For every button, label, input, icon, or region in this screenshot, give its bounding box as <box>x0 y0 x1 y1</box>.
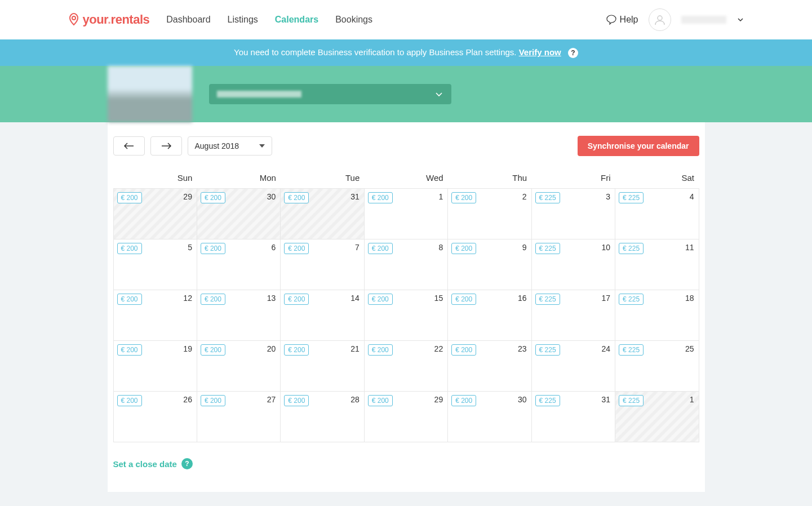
calendar-day-cell[interactable]: € 2001 <box>364 189 447 239</box>
calendar-day-cell[interactable]: € 2005 <box>113 239 197 290</box>
help-link[interactable]: Help <box>606 15 638 25</box>
nav-dashboard[interactable]: Dashboard <box>166 15 210 25</box>
calendar-day-cell[interactable]: € 20012 <box>113 290 197 341</box>
calendar-day-cell[interactable]: € 2006 <box>197 239 280 290</box>
calendar-day-cell[interactable]: € 20014 <box>281 290 364 341</box>
calendar-day-cell[interactable]: € 20029 <box>113 189 197 239</box>
day-number: 29 <box>183 192 192 201</box>
day-price-badge: € 225 <box>619 294 644 305</box>
day-price-badge: € 200 <box>201 395 225 406</box>
day-number: 12 <box>183 294 192 303</box>
calendar-day-cell[interactable]: € 20028 <box>281 392 364 442</box>
svg-point-1 <box>658 16 662 20</box>
day-price-badge: € 225 <box>535 243 560 254</box>
close-date-help-icon[interactable]: ? <box>181 458 193 469</box>
calendar-day-cell[interactable]: € 22517 <box>531 290 615 341</box>
property-selector[interactable] <box>209 84 451 104</box>
calendar-day-cell[interactable]: € 2008 <box>364 239 447 290</box>
calendar-day-cell[interactable]: € 2254 <box>615 189 699 239</box>
prev-month-button[interactable] <box>113 136 145 156</box>
day-header: Wed <box>364 167 447 189</box>
calendar-week-row: € 2005€ 2006€ 2007€ 2008€ 2009€ 22510€ 2… <box>113 239 699 290</box>
calendar-day-cell[interactable]: € 20016 <box>448 290 531 341</box>
next-month-button[interactable] <box>150 136 182 156</box>
day-price-badge: € 200 <box>201 243 225 254</box>
help-label: Help <box>620 15 638 25</box>
day-price-badge: € 200 <box>451 395 476 406</box>
nav-bookings[interactable]: Bookings <box>335 15 372 25</box>
day-number: 27 <box>267 395 276 404</box>
calendar-day-cell[interactable]: € 20013 <box>197 290 280 341</box>
brand-logo[interactable]: your.rentals <box>68 12 150 27</box>
day-price-badge: € 225 <box>535 344 560 356</box>
calendar-day-cell[interactable]: € 20019 <box>113 341 197 392</box>
calendar-day-cell[interactable]: € 22518 <box>615 290 699 341</box>
calendar-day-cell[interactable]: € 2007 <box>281 239 364 290</box>
day-price-badge: € 200 <box>451 192 476 203</box>
calendar-day-cell[interactable]: € 2002 <box>448 189 531 239</box>
day-price-badge: € 225 <box>535 192 560 203</box>
day-price-badge: € 200 <box>284 395 309 406</box>
day-price-badge: € 225 <box>535 395 560 406</box>
day-price-badge: € 200 <box>117 243 142 254</box>
calendar-day-cell[interactable]: € 20022 <box>364 341 447 392</box>
notice-help-icon[interactable]: ? <box>568 48 578 58</box>
calendar-day-cell[interactable]: € 2253 <box>531 189 615 239</box>
day-header: Sat <box>615 167 699 189</box>
brand-text: your.rentals <box>83 12 150 27</box>
day-price-badge: € 200 <box>368 395 393 406</box>
day-price-badge: € 225 <box>619 192 644 203</box>
day-number: 21 <box>350 344 360 353</box>
day-price-badge: € 225 <box>619 344 644 356</box>
set-close-date-link[interactable]: Set a close date ? <box>113 458 699 469</box>
nav-calendars[interactable]: Calendars <box>275 15 318 25</box>
verification-notice: You need to complete Business verificati… <box>0 39 812 66</box>
day-price-badge: € 200 <box>201 192 225 203</box>
user-name-redacted <box>681 16 726 24</box>
top-header: your.rentals Dashboard Listings Calendar… <box>0 0 812 39</box>
calendar-day-cell[interactable]: € 20020 <box>197 341 280 392</box>
calendar-day-cell[interactable]: € 22511 <box>615 239 699 290</box>
calendar-day-cell[interactable]: € 20015 <box>364 290 447 341</box>
calendar-day-cell[interactable]: € 2251 <box>615 392 699 442</box>
day-price-badge: € 200 <box>201 344 225 356</box>
day-number: 25 <box>685 344 694 353</box>
calendar-day-cell[interactable]: € 20031 <box>281 189 364 239</box>
calendar-day-cell[interactable]: € 20030 <box>448 392 531 442</box>
calendar-day-cell[interactable]: € 22510 <box>531 239 615 290</box>
avatar-icon <box>654 14 666 26</box>
calendar-day-cell[interactable]: € 20026 <box>113 392 197 442</box>
day-number: 9 <box>522 243 527 252</box>
calendar-day-cell[interactable]: € 22524 <box>531 341 615 392</box>
calendar-panel: August 2018 Synchronise your calendar Su… <box>108 122 705 492</box>
month-selector[interactable]: August 2018 <box>188 136 272 156</box>
sync-calendar-button[interactable]: Synchronise your calendar <box>578 136 699 156</box>
day-number: 19 <box>183 344 192 353</box>
day-number: 22 <box>434 344 443 353</box>
user-menu-chevron-icon[interactable] <box>736 16 744 24</box>
day-header: Mon <box>197 167 280 189</box>
day-price-badge: € 200 <box>368 192 393 203</box>
day-number: 18 <box>685 294 694 303</box>
day-price-badge: € 200 <box>117 395 142 406</box>
day-price-badge: € 225 <box>619 395 644 406</box>
day-number: 1 <box>690 395 694 404</box>
nav-listings[interactable]: Listings <box>228 15 258 25</box>
day-number: 7 <box>355 243 360 252</box>
user-avatar[interactable] <box>649 8 671 31</box>
day-number: 5 <box>188 243 192 252</box>
calendar-day-cell[interactable]: € 20027 <box>197 392 280 442</box>
calendar-day-cell[interactable]: € 2009 <box>448 239 531 290</box>
calendar-day-cell[interactable]: € 20021 <box>281 341 364 392</box>
calendar-day-cell[interactable]: € 20023 <box>448 341 531 392</box>
close-date-label: Set a close date <box>113 459 177 469</box>
day-price-badge: € 200 <box>368 294 393 305</box>
day-price-badge: € 200 <box>284 192 309 203</box>
calendar-day-cell[interactable]: € 20029 <box>364 392 447 442</box>
calendar-day-cell[interactable]: € 20030 <box>197 189 280 239</box>
day-header: Tue <box>281 167 364 189</box>
verify-now-link[interactable]: Verify now <box>519 47 561 57</box>
arrow-left-icon <box>123 143 135 149</box>
calendar-day-cell[interactable]: € 22531 <box>531 392 615 442</box>
calendar-day-cell[interactable]: € 22525 <box>615 341 699 392</box>
